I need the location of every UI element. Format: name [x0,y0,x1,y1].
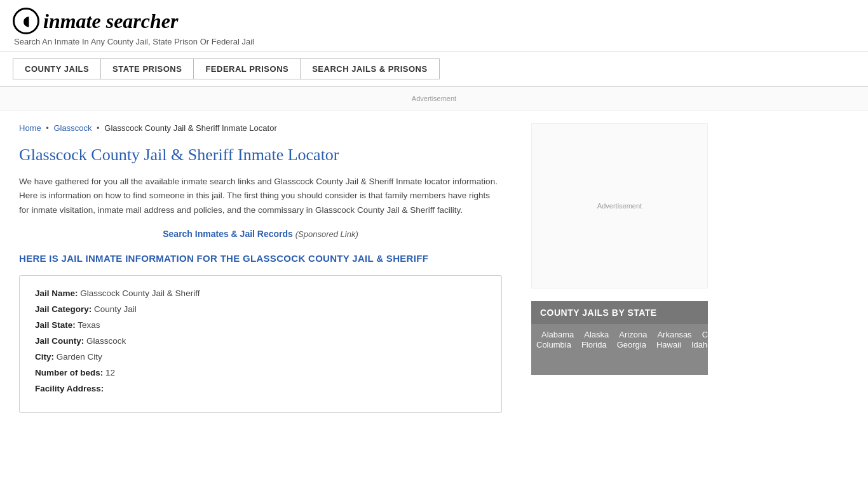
info-label-address: Facility Address: [35,384,104,393]
info-label-category: Jail Category: [35,304,92,314]
logo-text: inmate searcher [43,10,178,33]
nav-county-jails[interactable]: COUNTY JAILS [13,58,101,79]
info-row-city: City: Garden City [35,352,486,362]
logo-icon: ◖ [13,8,39,34]
state-list-title: COUNTY JAILS BY STATE [531,301,708,324]
sidebar: Advertisement COUNTY JAILS BY STATE Alab… [521,111,718,426]
info-label-county: Jail County: [35,336,84,346]
state-list-box: COUNTY JAILS BY STATE AlabamaAlaskaArizo… [531,301,708,375]
sponsored-label: (Sponsored Link) [295,229,358,239]
logo-area: ◖ inmate searcher [13,8,855,34]
state-item-idaho[interactable]: Idaho [686,337,717,352]
description: We have gathered for you all the availab… [19,175,502,217]
breadcrumb-glasscock[interactable]: Glasscock [54,123,92,133]
breadcrumb-sep1: • [46,123,49,133]
info-label-city: City: [35,352,54,362]
breadcrumb: Home • Glasscock • Glasscock County Jail… [19,123,502,133]
info-label-beds: Number of beds: [35,368,103,377]
state-col-left: AlabamaAlaskaArizonaArkansasCaliforniaCo… [536,329,868,370]
ad-banner: Advertisement [0,87,868,111]
state-item-connecticut[interactable]: Connecticut [785,327,839,342]
main-layout: Home • Glasscock • Glasscock County Jail… [0,111,868,426]
info-row-state: Jail State: Texas [35,320,486,330]
info-row-beds: Number of beds: 12 [35,368,486,377]
info-box: Jail Name: Glasscock County Jail & Sheri… [19,275,502,413]
state-item-georgia[interactable]: Georgia [612,337,651,352]
nav-search-jails[interactable]: SEARCH JAILS & PRISONS [301,58,439,79]
info-row-name: Jail Name: Glasscock County Jail & Sheri… [35,288,486,298]
info-row-category: Jail Category: County Jail [35,304,486,314]
section-heading: HERE IS JAIL INMATE INFORMATION FOR THE … [19,253,502,264]
nav-state-prisons[interactable]: STATE PRISONS [101,58,194,79]
breadcrumb-sep2: • [97,123,102,133]
state-item-delaware[interactable]: Delaware [839,327,868,342]
nav-bar: COUNTY JAILS STATE PRISONS FEDERAL PRISO… [0,52,868,87]
breadcrumb-home[interactable]: Home [19,123,41,133]
sponsored-link[interactable]: Search Inmates & Jail Records [163,229,293,239]
nav-federal-prisons[interactable]: FEDERAL PRISONS [194,58,301,79]
page-title: Glasscock County Jail & Sheriff Inmate L… [19,146,502,165]
sponsored-link-container: Search Inmates & Jail Records (Sponsored… [19,229,502,239]
info-row-address: Facility Address: [35,384,486,393]
sidebar-ad: Advertisement [531,123,708,288]
tagline: Search An Inmate In Any County Jail, Sta… [14,37,855,46]
breadcrumb-current: Glasscock County Jail & Sheriff Inmate L… [104,123,276,133]
state-item-illinois[interactable]: Illinois [717,337,750,352]
nav-list: COUNTY JAILS STATE PRISONS FEDERAL PRISO… [13,58,855,79]
state-item-florida[interactable]: Florida [576,337,612,352]
state-item-hawaii[interactable]: Hawaii [651,337,686,352]
info-label-state: Jail State: [35,320,76,330]
info-row-county: Jail County: Glasscock [35,336,486,346]
content-area: Home • Glasscock • Glasscock County Jail… [0,111,521,426]
header: ◖ inmate searcher Search An Inmate In An… [0,0,868,52]
info-label-name: Jail Name: [35,288,78,298]
state-grid: AlabamaAlaskaArizonaArkansasCaliforniaCo… [531,324,708,375]
